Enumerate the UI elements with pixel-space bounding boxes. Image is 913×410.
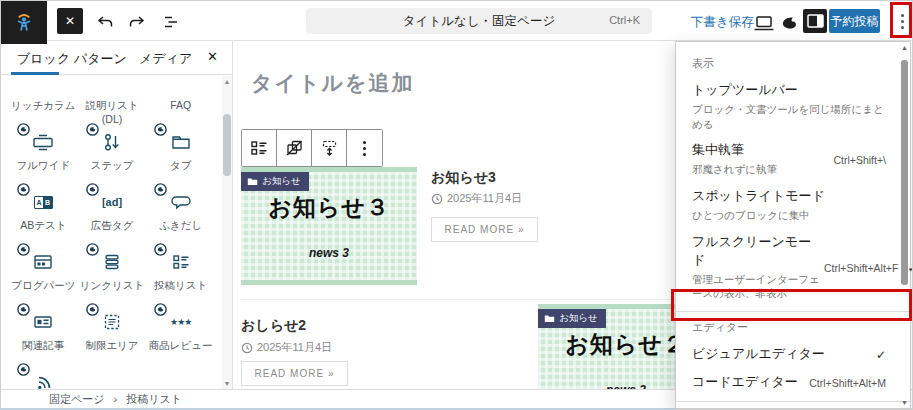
block-item-product-review[interactable]: ★★★ 商品レビュー [146, 301, 215, 361]
block-item-restricted-area[interactable]: 制限エリア [78, 301, 147, 361]
close-icon: ✕ [65, 15, 75, 27]
swell-badge-icon [154, 243, 167, 256]
menu-scrollbar-thumb[interactable] [901, 60, 908, 285]
preview-button[interactable] [752, 11, 776, 35]
settings-panel-toggle[interactable] [803, 9, 827, 33]
document-title-button[interactable]: タイトルなし・固定ページ Ctrl+K [306, 8, 652, 34]
shortcut-label: Ctrl+Shift+\ [833, 154, 886, 166]
swell-badge-icon [17, 243, 30, 256]
undo-button[interactable] [93, 10, 117, 34]
list-view-button[interactable] [159, 10, 183, 34]
block-inserter-sidebar: ブロック パターン メディア ✕ リッチカラム 説明リスト (DL) FAQ [1, 41, 233, 389]
sidebar-scrollbar-thumb[interactable] [223, 114, 231, 176]
close-inserter-button[interactable]: ✕ [207, 49, 218, 64]
folder-icon [544, 314, 555, 323]
fullwide-icon [31, 127, 55, 157]
block-grid: リッチカラム 説明リスト (DL) FAQ フルワイド ステッ [9, 79, 215, 389]
block-item-speech-bubble[interactable]: ふきだし [146, 181, 215, 241]
block-item-ad-tag[interactable]: [ad] 広告タグ [78, 181, 147, 241]
menu-item-distraction-free[interactable]: 集中執筆 邪魔されずに執筆 Ctrl+Shift+\ [692, 141, 886, 177]
post-item-title[interactable]: お知らせ3 [431, 169, 496, 187]
scroll-up-icon[interactable]: ▲ [222, 78, 232, 85]
menu-item-spotlight[interactable]: スポットライトモード ひとつのブロックに集中 [692, 187, 886, 223]
block-toolbar [241, 129, 383, 167]
kebab-menu-icon [901, 14, 904, 29]
block-row: フルワイド ステップ タブ [9, 121, 215, 181]
thumbnail-title: お知らせ３ [241, 192, 417, 223]
list-view-icon [161, 13, 181, 31]
scroll-down-icon[interactable]: ▼ [222, 380, 232, 387]
swell-theme-button[interactable] [777, 11, 801, 35]
tab-media[interactable]: メディア [139, 50, 192, 68]
post-title-placeholder[interactable]: タイトルを追加 [251, 69, 414, 97]
shortcut-label: Ctrl+Shift+Alt+M [809, 377, 886, 389]
command-palette-shortcut: Ctrl+K [609, 14, 640, 26]
block-item-rss[interactable] [9, 361, 79, 389]
schedule-publish-button[interactable]: 予約投稿 [829, 9, 880, 33]
post-item-title[interactable]: おしらせ2 [241, 317, 306, 335]
site-logo-button[interactable] [1, 1, 47, 44]
clock-icon [431, 193, 443, 205]
kebab-menu-icon [363, 141, 366, 156]
block-row-partial-bottom [9, 361, 215, 389]
block-type-button[interactable] [242, 130, 277, 166]
block-item-fullwide[interactable]: フルワイド [9, 121, 78, 181]
block-label-richcolumn[interactable]: リッチカラム [9, 79, 78, 121]
sidebar-scrollbar[interactable]: ▲ ▼ [222, 76, 232, 389]
ab-test-icon: AB [34, 187, 53, 217]
block-options-button[interactable] [347, 130, 382, 166]
rss-icon [34, 367, 54, 389]
product-review-icon: ★★★ [170, 307, 191, 337]
block-item-step[interactable]: ステップ [78, 121, 147, 181]
post-item-date: 2025年11月4日 [431, 191, 522, 206]
block-transform-button[interactable] [277, 130, 312, 166]
site-logo-icon [12, 11, 36, 35]
editor-topbar: タイトルなし・固定ページ Ctrl+K 下書き保存 予約投稿 ✕ [1, 1, 912, 41]
breadcrumb-separator-icon: › [114, 393, 118, 405]
menu-scrollbar[interactable]: ▲ ▼ [900, 44, 909, 406]
menu-item-fullscreen[interactable]: フルスクリーンモード 管理ユーザーインターフェースの表示、非表示 Ctrl+Sh… [692, 233, 886, 301]
active-tab-indicator [11, 72, 59, 75]
menu-divider [676, 401, 910, 402]
options-menu-button[interactable] [893, 9, 911, 33]
swell-badge-icon [86, 123, 99, 136]
block-height-button[interactable] [312, 130, 347, 166]
scroll-down-icon[interactable]: ▼ [900, 399, 909, 406]
menu-item-visual-editor[interactable]: ビジュアルエディター ✓ [692, 345, 886, 363]
swell-badge-icon [154, 303, 167, 316]
tab-patterns[interactable]: パターン [74, 50, 127, 68]
post-item-date: 2025年11月4日 [241, 340, 332, 355]
swell-badge-icon [17, 123, 30, 136]
read-more-button[interactable]: READ MORE » [431, 217, 538, 242]
menu-item-top-toolbar[interactable]: トップツールバー ブロック・文書ツールを同じ場所にまとめる [692, 81, 886, 131]
block-item-link-list[interactable]: リンクリスト [78, 241, 147, 301]
breadcrumb-current[interactable]: 投稿リスト [126, 392, 182, 407]
scroll-up-icon[interactable]: ▲ [900, 44, 909, 51]
close-editor-button[interactable]: ✕ [57, 8, 83, 34]
speech-bubble-icon [170, 187, 192, 217]
swell-badge-icon [154, 183, 167, 196]
post-thumbnail[interactable]: お知らせ お知らせ３ news 3 [241, 167, 417, 285]
breadcrumb-root[interactable]: 固定ページ [49, 392, 105, 407]
height-adjust-icon [319, 139, 339, 157]
block-item-related-article[interactable]: 関連記事 [9, 301, 78, 361]
menu-section-view: 表示 [692, 56, 886, 71]
block-item-blog-parts[interactable]: ブログパーツ [9, 241, 78, 301]
laptop-icon [753, 14, 775, 32]
swell-badge-icon [17, 303, 30, 316]
inserter-tabs: ブロック パターン メディア ✕ [1, 41, 232, 75]
category-badge: お知らせ [241, 172, 309, 191]
menu-item-code-editor[interactable]: コードエディター Ctrl+Shift+Alt+M [692, 373, 886, 391]
tab-blocks[interactable]: ブロック [17, 50, 70, 68]
related-article-icon [32, 307, 54, 337]
block-label-faq[interactable]: FAQ [146, 79, 215, 121]
save-draft-button[interactable]: 下書き保存 [691, 14, 754, 31]
block-item-ab-test[interactable]: AB ABテスト [9, 181, 78, 241]
read-more-button[interactable]: READ MORE » [241, 361, 348, 386]
block-label-dl[interactable]: 説明リスト (DL) [78, 79, 147, 121]
block-item-post-list[interactable]: 投稿リスト [146, 241, 215, 301]
post-list-icon [249, 139, 269, 157]
block-item-tab[interactable]: タブ [146, 121, 215, 181]
category-badge: お知らせ [538, 309, 606, 328]
redo-button[interactable] [125, 10, 149, 34]
